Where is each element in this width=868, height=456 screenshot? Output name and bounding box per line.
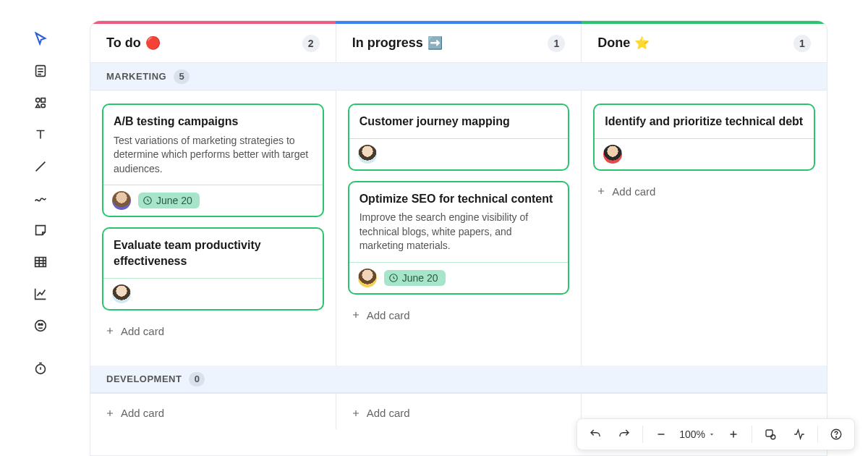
zoom-out-button[interactable] (647, 421, 675, 448)
avatar[interactable] (603, 145, 622, 164)
svg-point-14 (835, 436, 836, 437)
column-inprogress: Customer journey mapping Optimize SEO fo… (336, 90, 582, 366)
card-description: Improve the search engine visibility of … (359, 211, 558, 253)
red-circle-icon: 🔴 (145, 35, 161, 51)
due-date-text: June 20 (156, 195, 192, 206)
arrow-right-icon: ➡️ (427, 35, 443, 51)
svg-point-5 (35, 321, 46, 332)
card-title: A/B testing campaigns (114, 114, 312, 130)
swimlane-header-development[interactable]: DEVELOPMENT 0 (90, 366, 827, 393)
column-done: Identify and prioritize technical debt A… (582, 90, 827, 366)
activity-button[interactable] (786, 421, 813, 448)
add-card-button[interactable]: Add card (348, 402, 570, 423)
svg-rect-3 (41, 104, 45, 108)
swimlane-title: DEVELOPMENT (106, 373, 182, 384)
svg-rect-2 (41, 98, 45, 103)
due-date-chip[interactable]: June 20 (138, 193, 200, 208)
plus-icon (351, 408, 361, 418)
plus-icon (105, 408, 115, 418)
column-todo: Add card (90, 394, 336, 429)
chevron-down-icon (708, 431, 715, 438)
swimlane-title: MARKETING (106, 71, 166, 82)
column-title: In progress (352, 35, 423, 51)
column-count-badge: 1 (793, 35, 811, 52)
tool-sidebar (23, 25, 58, 383)
add-card-label: Add card (121, 325, 164, 337)
column-inprogress: Add card (336, 394, 582, 429)
undo-button[interactable] (582, 421, 609, 448)
card[interactable]: Evaluate team productivity effectiveness (102, 227, 324, 310)
shapes-tool[interactable] (26, 88, 55, 117)
zoom-in-button[interactable] (720, 421, 747, 448)
stamp-tool[interactable] (26, 311, 55, 340)
help-button[interactable] (822, 421, 850, 448)
avatar[interactable] (112, 284, 131, 303)
table-tool[interactable] (26, 248, 55, 276)
card[interactable]: Optimize SEO for technical content Impro… (348, 181, 570, 295)
zoom-level-text: 100% (679, 428, 705, 440)
svg-point-7 (41, 324, 43, 325)
freehand-tool[interactable] (26, 184, 55, 213)
add-card-button[interactable]: Add card (593, 181, 815, 202)
redo-button[interactable] (610, 421, 638, 448)
bottom-toolbar: 100% (576, 418, 855, 450)
text-tool[interactable] (26, 120, 55, 149)
svg-rect-4 (35, 258, 46, 267)
swimlane-count-badge: 0 (189, 372, 205, 387)
card[interactable]: Customer journey mapping (348, 104, 570, 171)
column-count-badge: 2 (302, 35, 320, 52)
swimlane-header-marketing[interactable]: MARKETING 5 (90, 63, 827, 90)
avatar[interactable] (112, 191, 131, 210)
card-title: Customer journey mapping (359, 114, 558, 130)
due-date-chip[interactable]: June 20 (384, 270, 446, 286)
card[interactable]: Identify and prioritize technical debt (593, 104, 815, 171)
card[interactable]: A/B testing campaigns Test variations of… (102, 104, 324, 217)
avatar[interactable] (358, 269, 377, 287)
column-todo: A/B testing campaigns Test variations of… (90, 90, 336, 366)
column-header-inprogress[interactable]: In progress ➡️ 1 (336, 24, 582, 62)
line-tool[interactable] (26, 152, 55, 181)
cursor-tool[interactable] (26, 25, 55, 54)
add-card-button[interactable]: Add card (102, 321, 324, 342)
sticky-tool[interactable] (26, 216, 55, 245)
column-title: Done (597, 35, 630, 51)
zoom-level-dropdown[interactable]: 100% (676, 428, 718, 440)
svg-point-1 (36, 98, 41, 103)
card-title: Optimize SEO for technical content (359, 191, 558, 207)
card-title: Identify and prioritize technical debt (605, 114, 804, 130)
add-card-button[interactable]: Add card (102, 402, 324, 423)
column-header-todo[interactable]: To do 🔴 2 (90, 24, 336, 62)
card-title: Evaluate team productivity effectiveness (114, 237, 312, 269)
avatar[interactable] (358, 145, 377, 164)
svg-point-6 (38, 324, 40, 325)
column-headers: To do 🔴 2 In progress ➡️ 1 Done ⭐ 1 (90, 24, 827, 63)
column-title: To do (106, 35, 141, 51)
clock-icon (388, 273, 399, 283)
plus-icon (351, 310, 361, 320)
notes-tool[interactable] (26, 56, 55, 85)
swimlane-columns-marketing: A/B testing campaigns Test variations of… (90, 90, 827, 366)
column-count-badge: 1 (548, 35, 565, 52)
card-description: Test variations of marketing strategies … (114, 134, 312, 177)
svg-point-12 (771, 435, 775, 439)
timer-tool[interactable] (26, 354, 55, 383)
add-card-label: Add card (367, 407, 410, 419)
column-header-done[interactable]: Done ⭐ 1 (582, 24, 827, 62)
clock-icon (142, 195, 153, 206)
add-card-label: Add card (121, 407, 164, 419)
add-card-button[interactable]: Add card (348, 305, 570, 326)
chart-tool[interactable] (26, 279, 55, 308)
plus-icon (596, 186, 606, 196)
plus-icon (105, 326, 115, 336)
add-card-label: Add card (367, 309, 410, 321)
add-card-label: Add card (612, 185, 655, 198)
star-icon: ⭐ (634, 35, 650, 51)
due-date-text: June 20 (402, 272, 438, 284)
settings-button[interactable] (757, 421, 784, 448)
kanban-board: To do 🔴 2 In progress ➡️ 1 Done ⭐ 1 MARK… (90, 20, 827, 456)
swimlane-count-badge: 5 (174, 69, 190, 84)
